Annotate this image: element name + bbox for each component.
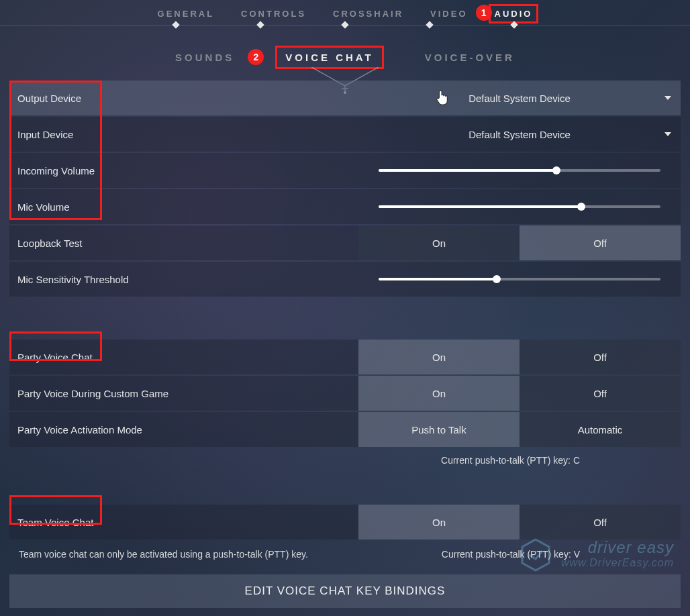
chevron-down-icon <box>664 96 671 100</box>
label-output-device: Output Device <box>17 93 358 104</box>
label-loopback-test: Loopback Test <box>17 238 358 249</box>
settings-panel: Output Device Default System Device Inpu… <box>9 81 681 561</box>
toggle-party-activation-ptt[interactable]: Push to Talk <box>358 412 520 447</box>
tab-audio[interactable]: AUDIO <box>492 7 536 20</box>
diamond-icon <box>426 21 433 28</box>
diamond-icon <box>510 21 518 28</box>
toggle-team-voice-on[interactable]: On <box>358 505 520 540</box>
toggle-team-voice-chat: On Off <box>358 505 681 540</box>
slider-thumb[interactable] <box>577 203 585 211</box>
toggle-party-voice-chat: On Off <box>358 340 681 374</box>
label-party-voice-custom: Party Voice During Custom Game <box>17 388 358 399</box>
row-incoming-volume: Incoming Volume <box>9 153 681 188</box>
slider-thumb[interactable] <box>552 166 560 174</box>
toggle-loopback-test: On Off <box>358 225 681 260</box>
label-mic-volume: Mic Volume <box>17 201 358 213</box>
toggle-party-activation: Push to Talk Automatic <box>358 412 681 447</box>
subtab-sounds[interactable]: SOUNDS 2 <box>168 49 241 66</box>
label-incoming-volume: Incoming Volume <box>17 165 358 176</box>
nav-divider <box>0 23 690 30</box>
toggle-party-voice-off[interactable]: Off <box>520 340 681 374</box>
label-party-activation: Party Voice Activation Mode <box>17 424 358 435</box>
row-output-device: Output Device Default System Device <box>9 81 681 115</box>
tab-video-label: VIDEO <box>430 9 467 19</box>
toggle-party-voice-custom-off[interactable]: Off <box>520 376 681 411</box>
note-party-ptt-key: Current push-to-talk (PTT) key: C <box>441 455 580 466</box>
tab-general[interactable]: GENERAL <box>155 7 217 20</box>
row-party-voice-custom: Party Voice During Custom Game On Off <box>9 376 681 411</box>
sub-nav: SOUNDS 2 VOICE CHAT VOICE-OVER <box>0 47 690 67</box>
dropdown-output-device[interactable]: Default System Device <box>358 81 681 115</box>
toggle-party-activation-auto[interactable]: Automatic <box>520 412 681 447</box>
diamond-icon <box>172 21 179 28</box>
toggle-party-voice-on[interactable]: On <box>358 340 520 374</box>
subtab-voice-over[interactable]: VOICE-OVER <box>418 49 522 66</box>
note-team-voice-hint: Team voice chat can only be activated us… <box>9 541 308 560</box>
tab-video[interactable]: VIDEO 1 <box>428 7 470 20</box>
diamond-icon <box>256 21 264 28</box>
label-mic-sensitivity: Mic Sensitivity Threshold <box>17 274 358 285</box>
slider-mic-sensitivity[interactable] <box>379 278 660 280</box>
row-party-voice-chat: Party Voice Chat On Off <box>9 340 681 374</box>
tab-controls[interactable]: CONTROLS <box>238 7 309 20</box>
annotation-badge-2: 2 <box>248 49 264 65</box>
toggle-team-voice-off[interactable]: Off <box>520 505 681 540</box>
diamond-icon <box>341 21 348 28</box>
toggle-party-voice-custom: On Off <box>358 376 681 411</box>
subtab-voice-chat[interactable]: VOICE CHAT <box>279 49 380 66</box>
dropdown-output-device-value: Default System Device <box>469 93 571 104</box>
dropdown-input-device[interactable]: Default System Device <box>358 117 681 152</box>
main-nav: GENERAL CONTROLS CROSSHAIR VIDEO 1 AUDIO <box>0 0 690 21</box>
toggle-party-voice-custom-on[interactable]: On <box>358 376 520 411</box>
row-mic-sensitivity: Mic Sensitivity Threshold <box>9 262 681 297</box>
row-party-activation: Party Voice Activation Mode Push to Talk… <box>9 412 681 447</box>
chevron-down-icon <box>664 132 671 136</box>
dropdown-input-device-value: Default System Device <box>469 129 571 140</box>
tab-crosshair[interactable]: CROSSHAIR <box>330 7 406 20</box>
row-mic-volume: Mic Volume <box>9 189 681 224</box>
slider-thumb[interactable] <box>493 275 501 283</box>
label-team-voice-chat: Team Voice Chat <box>17 517 358 528</box>
slider-mic-volume[interactable] <box>379 205 660 208</box>
label-input-device: Input Device <box>17 129 358 140</box>
row-input-device: Input Device Default System Device <box>9 117 681 152</box>
subtab-sounds-label: SOUNDS <box>175 52 234 63</box>
label-party-voice-chat: Party Voice Chat <box>17 352 358 363</box>
note-team-ptt-key: Current push-to-talk (PTT) key: V <box>442 549 580 560</box>
row-team-voice-chat: Team Voice Chat On Off <box>9 505 681 540</box>
toggle-loopback-on[interactable]: On <box>358 225 520 260</box>
row-loopback-test: Loopback Test On Off <box>9 225 681 260</box>
annotation-badge-1: 1 <box>476 5 492 21</box>
slider-incoming-volume[interactable] <box>379 169 660 172</box>
toggle-loopback-off[interactable]: Off <box>520 225 681 260</box>
edit-voice-chat-key-bindings-button[interactable]: EDIT VOICE CHAT KEY BINDINGS <box>9 574 681 608</box>
